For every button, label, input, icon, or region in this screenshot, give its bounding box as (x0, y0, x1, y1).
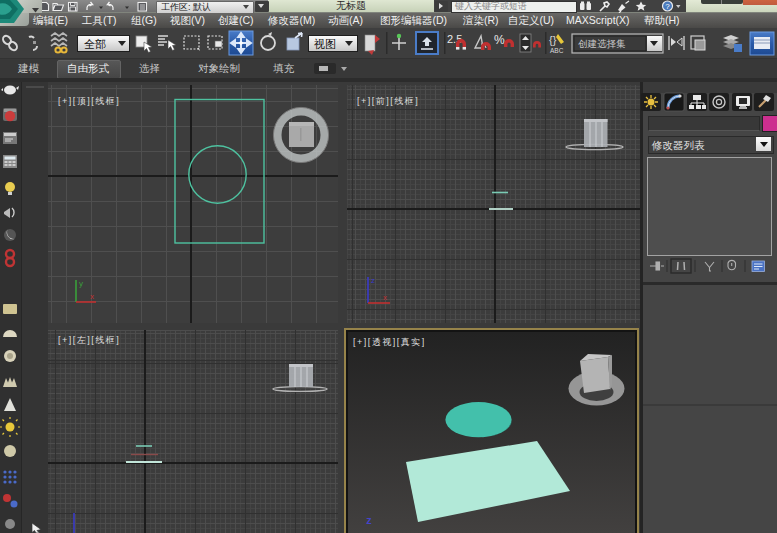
svg-text:2.5: 2.5 (447, 33, 462, 45)
svg-text:z: z (371, 276, 375, 285)
svg-text:z: z (366, 516, 372, 527)
svg-text:x: x (383, 293, 387, 302)
svg-text:创建选择集: 创建选择集 (578, 38, 626, 49)
svg-text:视图: 视图 (314, 38, 336, 50)
svg-text:?: ? (665, 2, 670, 11)
svg-text:y: y (79, 279, 83, 288)
svg-text:{}: {} (549, 34, 557, 46)
svg-text:ABC: ABC (550, 47, 564, 54)
svg-text:x: x (90, 292, 94, 301)
svg-text:%: % (494, 33, 505, 47)
svg-text:全部: 全部 (84, 38, 106, 50)
